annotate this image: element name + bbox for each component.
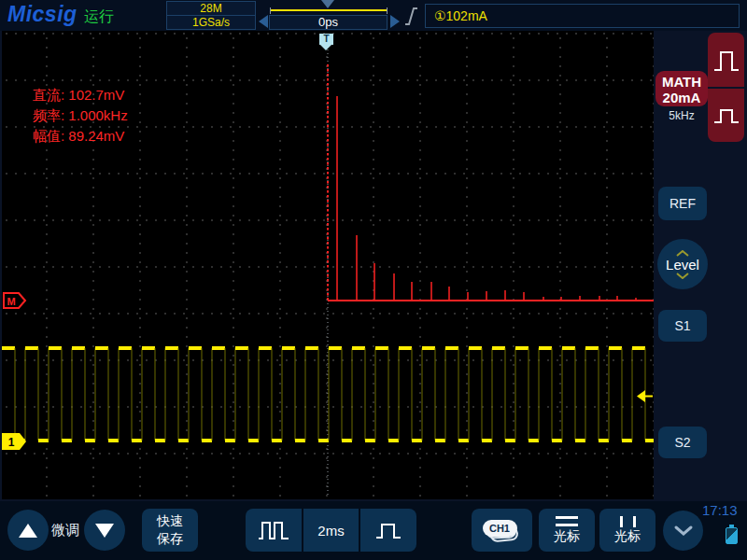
sidebar-pulse-buttons <box>708 33 744 142</box>
top-bar: Micsig 运行 28M 1GSa/s 0ps ①102mA <box>0 0 747 31</box>
math-badge-line2: 20mA <box>655 90 708 105</box>
sample-rate: 1GSa/s <box>166 15 256 30</box>
fine-tune-up-button[interactable] <box>7 510 49 551</box>
fine-tune-label: 微调 <box>51 522 79 539</box>
trigger-pos-left-arrow-icon[interactable] <box>259 15 268 28</box>
oscilloscope-app: Micsig 运行 28M 1GSa/s 0ps ①102mA 直流: 102.… <box>0 0 747 560</box>
channel-select-button[interactable]: CH1 <box>472 509 532 552</box>
measurement-dc: 直流: 102.7mV <box>33 85 128 105</box>
vertical-cursor-label: 光标 <box>614 528 641 545</box>
chevron-down-icon <box>673 525 694 537</box>
battery-icon <box>726 527 738 544</box>
math-channel-badge[interactable]: MATH 20mA <box>655 71 708 106</box>
pulse-train-icon <box>258 520 289 540</box>
memory-depth: 28M <box>166 1 256 16</box>
trigger-position-marker[interactable]: T <box>319 34 333 45</box>
vertical-cursors-icon <box>620 516 636 527</box>
measurement-readout: 直流: 102.7mV 频率: 1.000kHz 幅值: 89.24mV <box>33 85 128 147</box>
math-freq-label: 5kHz <box>655 109 708 122</box>
memory-position-bar <box>270 7 388 14</box>
fine-tune-down-button[interactable] <box>84 510 125 551</box>
trigger-pos-right-arrow-icon[interactable] <box>390 15 400 28</box>
collapse-menu-button[interactable] <box>663 511 703 551</box>
level-button-label: Level <box>666 257 699 273</box>
horizontal-cursor-button[interactable]: 光标 <box>539 509 595 552</box>
bottom-bar: 微调 快速 保存 2ms CH1 <box>0 501 747 560</box>
horizontal-cursors-icon <box>556 516 578 526</box>
trigger-source-box[interactable]: ①102mA <box>425 4 740 28</box>
s1-button[interactable]: S1 <box>658 310 707 342</box>
vertical-cursor-button[interactable]: 光标 <box>599 509 655 552</box>
quick-save-line1: 快速 <box>157 512 183 530</box>
pulse-train-button[interactable] <box>246 509 302 552</box>
pulse-wide-icon <box>713 48 740 72</box>
channel-pill-label: CH1 <box>483 520 517 537</box>
triangle-down-icon <box>95 524 114 538</box>
pulse-wide-button[interactable] <box>708 33 744 87</box>
chevron-down-icon <box>675 273 690 279</box>
brand-logo: Micsig <box>7 2 78 27</box>
s2-button[interactable]: S2 <box>658 427 707 458</box>
trigger-level-arrow-icon[interactable] <box>636 389 654 403</box>
channel-pill-stack: CH1 <box>482 517 523 543</box>
math-badge-line1: MATH <box>655 74 708 90</box>
trigger-position-value: 0ps <box>318 15 338 29</box>
run-status[interactable]: 运行 <box>84 7 114 27</box>
math-channel-marker[interactable]: M <box>3 292 27 309</box>
triangle-up-icon <box>19 524 37 538</box>
clock: 17:13 <box>702 502 738 518</box>
rising-edge-icon[interactable] <box>404 6 418 27</box>
timebase-control: 2ms <box>246 509 416 552</box>
pulse-narrow-icon <box>713 103 740 127</box>
horizontal-cursor-label: 光标 <box>554 528 580 545</box>
trigger-position-box[interactable]: 0ps <box>269 15 388 30</box>
trigger-source-value: ①102mA <box>434 8 487 23</box>
measurement-amplitude: 幅值: 89.24mV <box>33 126 128 147</box>
svg-text:1: 1 <box>8 436 15 449</box>
waveform-display[interactable]: 直流: 102.7mV 频率: 1.000kHz 幅值: 89.24mV M 1… <box>2 31 654 499</box>
measurement-frequency: 频率: 1.000kHz <box>33 105 128 126</box>
memory-position-pointer-icon <box>321 0 334 8</box>
quick-save-button[interactable]: 快速 保存 <box>142 509 198 552</box>
pulse-narrow-button[interactable] <box>708 87 744 143</box>
ref-button[interactable]: REF <box>658 187 707 220</box>
timebase-value[interactable]: 2ms <box>302 509 359 552</box>
svg-text:M: M <box>7 296 15 307</box>
quick-save-line2: 保存 <box>157 530 183 548</box>
single-pulse-button[interactable] <box>359 509 416 552</box>
level-button[interactable]: Level <box>657 239 708 289</box>
acquisition-box[interactable]: 28M 1GSa/s <box>166 1 256 30</box>
chevron-up-icon <box>675 250 690 257</box>
single-pulse-icon <box>375 521 402 539</box>
ch1-channel-marker[interactable]: 1 <box>2 433 27 451</box>
